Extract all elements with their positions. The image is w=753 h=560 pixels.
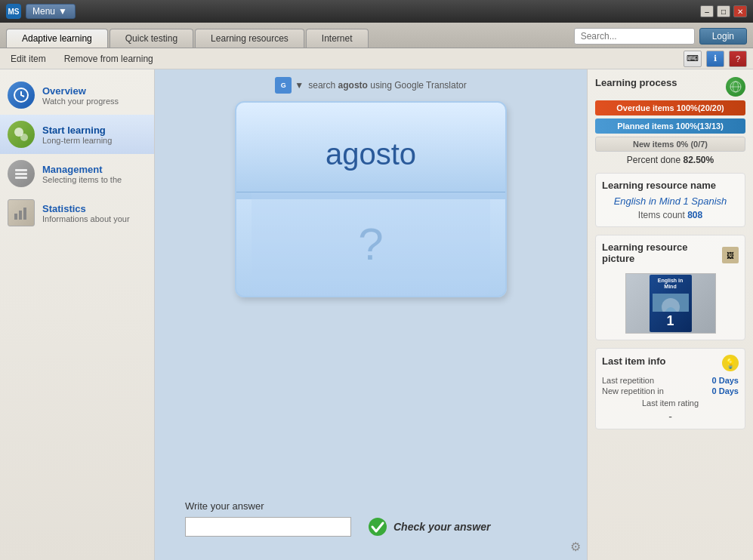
sidebar-item-overview[interactable]: Overview Watch your progress xyxy=(0,75,154,115)
settings-gear-icon[interactable]: ⚙ xyxy=(570,540,581,554)
planned-bar: Planned items 100%(13/13) xyxy=(595,118,745,134)
tab-adaptive-learning[interactable]: Adaptive learning xyxy=(6,29,108,48)
flash-card-word: agosto xyxy=(252,137,490,171)
tab-bar-right: Login xyxy=(574,28,747,48)
new-bar: New items 0% (0/7) xyxy=(595,137,745,152)
learning-process-title: Learning process xyxy=(595,77,745,88)
translator-icon: G xyxy=(275,77,292,94)
percent-done: Percent done 82.50% xyxy=(595,155,745,165)
answer-label: Write your answer xyxy=(185,500,264,512)
tab-quick-testing[interactable]: Quick testing xyxy=(110,29,193,48)
sidebar-statistics-text: Statistics Informations about your xyxy=(42,203,130,223)
resource-name-title: Learning resource name xyxy=(602,180,739,191)
menu-button[interactable]: Menu ▼ xyxy=(26,4,76,19)
info-icon-button[interactable]: ℹ xyxy=(706,51,724,67)
help-icon-button[interactable]: ? xyxy=(729,51,747,67)
close-button[interactable]: ✕ xyxy=(733,5,747,17)
check-answer-button[interactable]: Check your answer xyxy=(366,516,490,537)
answer-input[interactable] xyxy=(185,517,351,537)
minimize-button[interactable]: – xyxy=(700,5,714,17)
new-repetition-row: New repetition in 0 Days xyxy=(602,386,739,395)
right-panel: Learning process Overdue items 100%(20/2… xyxy=(587,69,753,560)
answer-area: Write your answer Check your answer xyxy=(155,500,587,537)
title-bar: MS Menu ▼ – □ ✕ xyxy=(0,0,753,23)
maximize-button[interactable]: □ xyxy=(717,5,730,17)
sidebar-item-start-learning[interactable]: Start learning Long-term learning xyxy=(0,115,154,154)
svg-rect-4 xyxy=(15,173,27,175)
login-button[interactable]: Login xyxy=(699,28,747,45)
tab-bar: Adaptive learning Quick testing Learning… xyxy=(0,23,753,48)
sidebar-item-statistics[interactable]: Statistics Informations about your xyxy=(0,193,154,232)
sidebar-start-text: Start learning Long-term learning xyxy=(42,125,112,145)
resource-picture-title: Learning resource picture xyxy=(602,242,722,264)
items-count: Items count 808 xyxy=(602,210,739,220)
flash-card: agosto ? xyxy=(235,101,507,297)
answer-row: Check your answer xyxy=(185,516,490,537)
overdue-bar: Overdue items 100%(20/20) xyxy=(595,100,745,115)
last-repetition-row: Last repetition 0 Days xyxy=(602,376,739,385)
book-image xyxy=(653,294,689,312)
remove-from-learning-button[interactable]: Remove from learning xyxy=(60,52,158,66)
question-mark-icon: ? xyxy=(358,218,383,270)
sidebar-overview-text: Overview Watch your progress xyxy=(42,85,119,106)
planned-bar-container: Planned items 100%(13/13) xyxy=(595,118,745,134)
statistics-icon xyxy=(8,199,35,226)
management-icon xyxy=(8,160,35,187)
translator-bar: G ▼ search agosto using Google Translato… xyxy=(275,77,466,94)
card-answer-area: ? xyxy=(252,192,490,297)
book-cover: English in Mind 1 xyxy=(650,275,692,332)
progress-bars: Overdue items 100%(20/20) Planned items … xyxy=(595,100,745,165)
tab-learning-resources[interactable]: Learning resources xyxy=(195,29,304,48)
bulb-icon: 💡 xyxy=(722,355,739,371)
learning-process-header: Learning process xyxy=(595,77,745,93)
app-logo: MS xyxy=(6,4,21,19)
resource-name-section: Learning resource name English in Mind 1… xyxy=(595,173,745,227)
new-bar-container: New items 0% (0/7) xyxy=(595,137,745,152)
search-input[interactable] xyxy=(574,28,695,45)
resource-image: English in Mind 1 xyxy=(625,273,716,334)
svg-rect-7 xyxy=(19,211,22,220)
start-learning-icon xyxy=(8,121,35,148)
check-icon xyxy=(366,516,389,537)
last-item-section: Last item info 💡 Last repetition 0 Days … xyxy=(595,348,745,429)
sidebar: Overview Watch your progress Start learn… xyxy=(0,69,155,560)
title-bar-left: MS Menu ▼ xyxy=(6,4,76,19)
resource-name-value: English in Mind 1 Spanish xyxy=(602,195,739,207)
last-item-title: Last item info xyxy=(602,355,666,367)
globe-icon xyxy=(726,77,745,97)
sidebar-item-management[interactable]: Management Selecting items to the xyxy=(0,154,154,193)
sidebar-management-text: Management Selecting items to the xyxy=(42,164,122,184)
translator-dropdown[interactable]: ▼ xyxy=(295,80,304,91)
edit-item-button[interactable]: Edit item xyxy=(6,52,51,66)
overdue-bar-container: Overdue items 100%(20/20) xyxy=(595,100,745,115)
tab-internet[interactable]: Internet xyxy=(306,29,369,48)
rating-value: - xyxy=(602,411,739,423)
center-content: G ▼ search agosto using Google Translato… xyxy=(155,69,587,560)
main-content: Overview Watch your progress Start learn… xyxy=(0,69,753,560)
picture-icon: 🖼 xyxy=(722,247,739,263)
toolbar: Edit item Remove from learning ⌨ ℹ ? xyxy=(0,48,753,69)
svg-rect-5 xyxy=(15,177,27,179)
overview-icon xyxy=(8,82,35,109)
svg-rect-6 xyxy=(14,214,17,220)
card-word-area: agosto xyxy=(252,118,490,192)
svg-rect-3 xyxy=(15,169,27,171)
svg-rect-8 xyxy=(23,208,26,220)
rating-label: Last item rating xyxy=(602,398,739,408)
title-bar-controls: – □ ✕ xyxy=(700,5,747,17)
keyboard-icon-button[interactable]: ⌨ xyxy=(684,51,702,67)
svg-point-2 xyxy=(20,134,28,141)
resource-picture-section: Learning resource picture 🖼 English in M… xyxy=(595,235,745,340)
